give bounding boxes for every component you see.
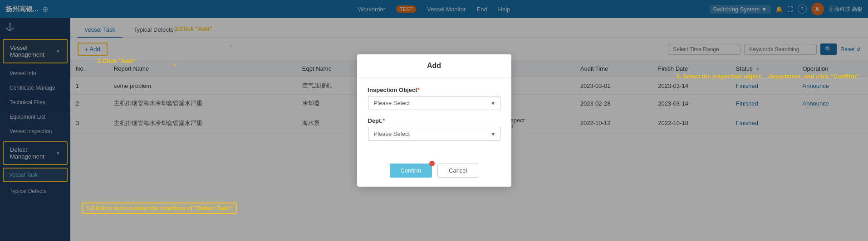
- modal-footer: Confirm Cancel: [357, 157, 511, 187]
- dept-select-wrapper: Please Select ▼: [368, 127, 500, 141]
- form-group-dept: Dept.* Please Select ▼: [368, 117, 500, 141]
- red-dot-indicator: [429, 161, 435, 166]
- annotation-step2-label: 2.Click "Add": [98, 58, 135, 64]
- dept-label: Dept.*: [368, 117, 500, 124]
- modal-body: Inspection Object* Please Select ▼ Dept.…: [357, 77, 511, 157]
- dept-select[interactable]: Please Select: [368, 127, 500, 141]
- annotation-step1: 1.Click in turn to enter the interface o…: [82, 202, 237, 214]
- add-modal: Add Inspection Object* Please Select ▼ D…: [357, 54, 511, 187]
- annotation-step3: 3. Select the inspection object、 departm…: [677, 72, 859, 81]
- confirm-button[interactable]: Confirm: [390, 164, 432, 178]
- inspection-object-label: Inspection Object*: [368, 87, 500, 93]
- form-group-inspection: Inspection Object* Please Select ▼: [368, 87, 500, 110]
- arrow-to-add: →: [168, 59, 178, 71]
- inspection-object-select-wrapper: Please Select ▼: [368, 96, 500, 110]
- cancel-button[interactable]: Cancel: [437, 164, 478, 178]
- inspection-object-select[interactable]: Please Select: [368, 96, 500, 110]
- modal-title: Add: [357, 54, 511, 77]
